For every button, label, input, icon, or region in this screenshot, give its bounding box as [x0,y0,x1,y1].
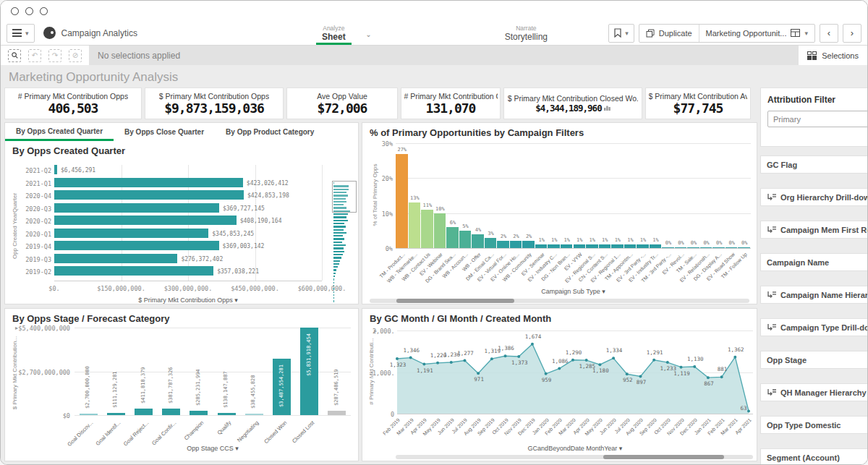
global-menu-button[interactable]: ▾ [7,24,35,43]
filter-gc-flag[interactable]: GC Flag [760,155,868,174]
next-sheet-button[interactable]: › [843,24,861,43]
filter-org-hierarchy-drill-down[interactable]: Org Hierarchy Drill-down [760,188,868,206]
data-point[interactable] [693,365,696,368]
bar[interactable] [54,229,208,238]
previous-sheet-button[interactable]: ‹ [820,24,838,43]
bar[interactable] [162,409,180,415]
bar[interactable] [328,411,346,415]
data-point[interactable] [463,359,466,362]
filter-campaign-mem-first-responde[interactable]: Campaign Mem First Responde... [760,221,868,239]
scrollbar-thumb[interactable] [603,455,725,459]
bar[interactable] [535,244,548,248]
bar[interactable] [510,241,522,248]
x-axis-title[interactable]: GCandBeyondDate MonthYear ▾ [510,445,640,452]
filter-qh-manager-hierarchy-drill-do[interactable]: QH Manager Hierarchy Drill-do... [760,383,868,401]
scrollbar-thumb[interactable] [396,299,514,303]
data-point[interactable] [450,361,453,364]
bar[interactable] [190,411,208,415]
chart-minimap[interactable] [332,182,357,304]
data-point[interactable] [517,355,520,358]
bar[interactable] [599,244,611,248]
data-point[interactable] [545,372,548,375]
bar[interactable] [687,247,699,249]
bar[interactable] [459,231,472,248]
bar[interactable] [738,247,750,249]
undo-selection-icon[interactable]: ↶ [28,49,41,62]
selections-tool-button[interactable]: Selections [799,46,867,65]
data-point[interactable] [396,357,399,360]
bar[interactable] [54,165,57,174]
bar[interactable] [107,413,125,415]
kpi-ave-opp-value[interactable]: Ave Opp Value$72,006 [286,88,398,119]
smart-search-icon[interactable] [8,49,21,62]
kpi-closed-won-amount[interactable]: $ Primary Mkt Contribution Closed Wo...$… [503,88,642,119]
clear-selections-icon[interactable]: ⊘ [69,49,82,62]
bar[interactable] [421,210,433,248]
kpi-closed-count[interactable]: # Primary Mkt Contribution Cl...131,070 [401,88,501,119]
redo-selection-icon[interactable]: ↷ [48,49,61,62]
bar[interactable] [135,409,153,415]
bar[interactable] [446,227,459,248]
kpi-ave-closed-value[interactable]: $ Primary Mkt Contribution Av...$77,745 [645,88,751,119]
bar[interactable] [218,413,236,415]
data-point[interactable] [652,359,655,362]
chevron-down-icon[interactable]: ⌄ [365,30,371,38]
bar[interactable] [54,216,237,225]
data-point[interactable] [626,372,629,375]
kpi-primary-opps-count[interactable]: # Primary Mkt Contribution Opps406,503 [4,88,142,119]
data-point[interactable] [504,354,507,357]
bar[interactable] [574,244,586,248]
kpi-primary-opps-amount[interactable]: $ Primary Mkt Contribution Opps$9,873,15… [145,88,284,119]
bar[interactable] [675,247,687,249]
bar[interactable] [472,234,484,248]
data-point[interactable] [585,359,588,362]
data-point[interactable] [680,366,683,369]
tab-by-opp-product-category[interactable]: By Opp Product Category [215,123,325,141]
bar[interactable] [726,247,738,249]
data-point[interactable] [598,363,601,366]
bar[interactable] [80,414,98,415]
bar[interactable] [662,247,674,249]
filter-opp-type-domestic[interactable]: Opp Type Domestic [760,416,868,434]
filter-campaign-name[interactable]: Campaign Name [760,253,868,271]
bar[interactable] [637,244,649,248]
data-point[interactable] [477,372,480,375]
data-point[interactable] [436,362,439,364]
bar[interactable] [611,244,624,248]
bar[interactable] [245,414,263,415]
bar[interactable] [586,244,598,248]
chart-by-opps-stage-forecast[interactable]: By Opps Stage / Forecast Category $0$2,7… [4,308,359,461]
data-point[interactable] [409,357,412,359]
data-point[interactable] [666,361,669,364]
x-axis-title[interactable]: Opp Stage CCS ▾ [155,445,271,452]
window-close-button[interactable] [11,7,19,15]
tab-by-opps-close-quarter[interactable]: By Opps Close Quarter [114,123,215,141]
tab-by-opps-created-quarter[interactable]: By Opps Created Quarter [5,123,114,141]
filter-campaign-type-drill-down[interactable]: Campaign Type Drill-down [760,318,868,336]
bar[interactable] [700,247,712,249]
data-point[interactable] [422,363,425,366]
bar[interactable] [54,178,243,187]
bar[interactable] [624,244,637,248]
expand-arrow-icon[interactable]: ▸ [374,328,377,334]
data-point[interactable] [531,343,534,346]
duplicate-button[interactable]: Duplicate [639,25,699,42]
bar[interactable] [434,213,446,248]
data-point[interactable] [558,367,561,370]
chart-by-gc-gi-created-month[interactable]: By GC Month / GI Month / Created Month 0… [362,308,757,461]
filter-segment-account[interactable]: Segment (Account) [760,448,868,465]
data-point[interactable] [733,356,736,359]
attribution-filter-select[interactable]: Primary ▾ [767,111,868,127]
bar[interactable] [561,244,573,248]
tab-analyze-sheet[interactable]: Analyze Sheet ⌄ [312,21,356,45]
sheet-selector[interactable]: Marketing Opportunit... ▾ [699,25,814,42]
data-point[interactable] [571,359,574,362]
data-point[interactable] [490,357,493,360]
data-point[interactable] [612,357,615,359]
bar[interactable] [54,203,219,213]
chart-pct-primary-opps-by-campaign[interactable]: % of Primary Opportunities by Campaign F… [362,122,757,304]
bar[interactable] [712,247,725,249]
bar[interactable] [54,266,213,276]
data-point[interactable] [707,376,710,379]
bookmark-button[interactable]: ▾ [608,24,634,43]
